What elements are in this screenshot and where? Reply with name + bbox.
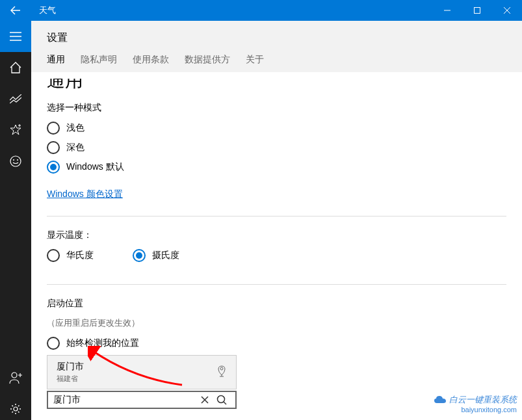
sidebar-home[interactable] (0, 52, 31, 83)
tab-terms[interactable]: 使用条款 (133, 54, 169, 72)
search-button[interactable] (213, 395, 230, 405)
radio-windows-default[interactable]: Windows 默认 (47, 161, 506, 174)
svg-point-4 (12, 373, 17, 378)
watermark-text: 白云一键重装系统 (449, 395, 517, 404)
radio-celsius[interactable]: 摄氏度 (133, 249, 179, 262)
sidebar-settings[interactable] (0, 393, 31, 420)
content-area: 设置 通用 隐私声明 使用条款 数据提供方 关于 通用 选择一种模式 浅色 深色 (31, 21, 522, 420)
settings-body: 通用 选择一种模式 浅色 深色 Windows 默认 Windows 颜色设置 (31, 72, 522, 420)
color-settings-link[interactable]: Windows 颜色设置 (47, 189, 123, 200)
location-search-input[interactable] (53, 395, 196, 405)
hamburger-icon (10, 32, 21, 41)
divider (47, 284, 506, 285)
sidebar-feedback[interactable] (0, 146, 31, 177)
mode-section-title: 选择一种模式 (47, 102, 506, 114)
gear-icon (10, 403, 21, 415)
radio-light-label: 浅色 (66, 122, 85, 134)
app-title: 天气 (31, 5, 432, 16)
tabs: 通用 隐私声明 使用条款 数据提供方 关于 (47, 54, 506, 72)
home-icon (10, 62, 21, 73)
radio-detect-location[interactable]: 始终检测我的位置 (47, 337, 506, 350)
mode-radio-group: 浅色 深色 Windows 默认 (47, 122, 506, 174)
sidebar-hamburger[interactable] (0, 21, 31, 52)
arrow-left-icon (10, 5, 21, 16)
sidebar (0, 21, 31, 420)
trends-icon (10, 94, 21, 103)
smiley-icon (10, 155, 21, 167)
suggestion-city: 厦门市 (57, 361, 216, 373)
svg-point-5 (14, 407, 18, 411)
maximize-button[interactable] (462, 0, 492, 21)
location-section-subtitle: （应用重启后更改生效） (47, 317, 506, 329)
back-button[interactable] (0, 0, 31, 21)
radio-light[interactable]: 浅色 (47, 122, 506, 135)
radio-dark[interactable]: 深色 (47, 141, 506, 154)
tab-data-provider[interactable]: 数据提供方 (185, 54, 230, 72)
maximize-icon (474, 7, 480, 14)
watermark: 白云一键重装系统 baiyunxitong.com (434, 395, 517, 415)
tab-about[interactable]: 关于 (246, 54, 264, 72)
divider (47, 216, 506, 217)
svg-point-2 (13, 159, 14, 161)
radio-fahrenheit[interactable]: 华氏度 (47, 249, 94, 262)
location-pin-icon (216, 365, 227, 380)
svg-point-6 (220, 367, 223, 370)
suggestion-province: 福建省 (57, 374, 216, 384)
watermark-url: baiyunxitong.com (461, 406, 517, 413)
page-title: 设置 (47, 31, 506, 45)
radio-celsius-label: 摄氏度 (152, 250, 179, 261)
clipped-heading: 通用 (47, 79, 506, 90)
svg-point-1 (10, 156, 21, 166)
star-plus-icon (10, 124, 21, 136)
sidebar-account[interactable] (0, 362, 31, 393)
svg-point-7 (218, 396, 225, 403)
close-icon (504, 7, 510, 14)
close-icon (201, 396, 209, 404)
sidebar-favorites[interactable] (0, 114, 31, 146)
minimize-icon (444, 7, 450, 14)
clear-button[interactable] (196, 396, 213, 404)
window-controls (432, 0, 522, 21)
svg-point-3 (17, 159, 18, 161)
radio-detect-label: 始终检测我的位置 (66, 337, 139, 349)
location-search-box (47, 391, 237, 409)
person-plus-icon (9, 371, 22, 384)
location-suggestion[interactable]: 厦门市 福建省 (47, 355, 237, 389)
location-section-title: 启动位置 (47, 298, 506, 309)
radio-dark-label: 深色 (66, 142, 85, 153)
minimize-button[interactable] (432, 0, 462, 21)
tab-general[interactable]: 通用 (47, 54, 65, 72)
radio-fahrenheit-label: 华氏度 (66, 250, 94, 261)
radio-default-label: Windows 默认 (66, 161, 124, 173)
search-icon (216, 395, 227, 405)
svg-rect-0 (475, 8, 480, 14)
titlebar: 天气 (0, 0, 522, 21)
close-button[interactable] (492, 0, 522, 21)
sidebar-trends[interactable] (0, 83, 31, 114)
tab-privacy[interactable]: 隐私声明 (81, 54, 117, 72)
temperature-radio-group: 华氏度 摄氏度 (47, 249, 506, 269)
cloud-icon (434, 395, 447, 404)
settings-header: 设置 通用 隐私声明 使用条款 数据提供方 关于 (31, 21, 522, 72)
temperature-section-title: 显示温度： (47, 230, 506, 241)
